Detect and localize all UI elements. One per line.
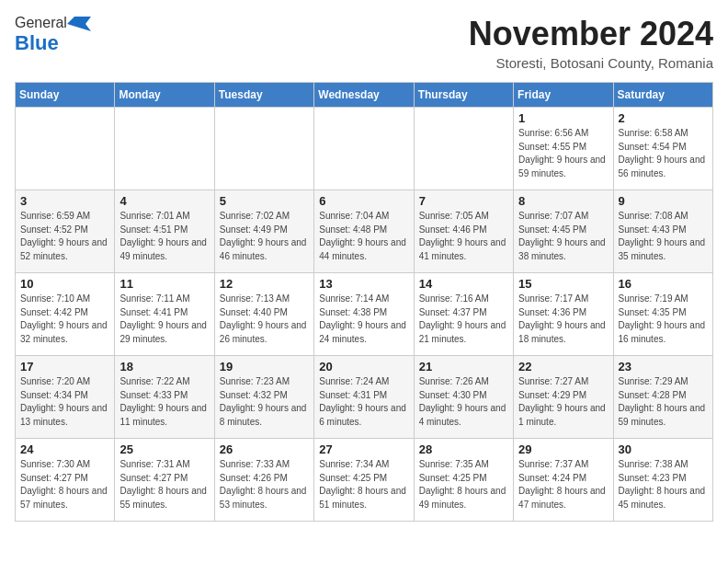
logo-bird-icon	[67, 15, 91, 31]
calendar-cell: 6Sunrise: 7:04 AM Sunset: 4:48 PM Daylig…	[314, 190, 414, 273]
day-info: Sunrise: 6:56 AM Sunset: 4:55 PM Dayligh…	[518, 127, 608, 180]
day-number: 19	[220, 360, 309, 373]
day-info: Sunrise: 7:33 AM Sunset: 4:26 PM Dayligh…	[220, 458, 309, 511]
day-info: Sunrise: 6:59 AM Sunset: 4:52 PM Dayligh…	[20, 210, 109, 263]
day-info: Sunrise: 7:24 AM Sunset: 4:31 PM Dayligh…	[319, 375, 408, 429]
logo: General Blue	[15, 15, 91, 55]
calendar-cell: 16Sunrise: 7:19 AM Sunset: 4:35 PM Dayli…	[613, 273, 712, 356]
day-info: Sunrise: 7:01 AM Sunset: 4:51 PM Dayligh…	[119, 210, 209, 263]
calendar-cell	[16, 108, 115, 190]
day-number: 9	[619, 194, 708, 208]
svg-marker-0	[67, 17, 91, 31]
day-number: 17	[20, 360, 109, 373]
calendar-cell: 3Sunrise: 6:59 AM Sunset: 4:52 PM Daylig…	[16, 190, 115, 273]
day-info: Sunrise: 7:26 AM Sunset: 4:30 PM Dayligh…	[419, 375, 508, 429]
day-number: 18	[119, 360, 209, 373]
calendar-cell: 1Sunrise: 6:56 AM Sunset: 4:55 PM Daylig…	[514, 108, 613, 190]
calendar-cell	[115, 108, 214, 190]
day-number: 21	[419, 360, 508, 373]
day-info: Sunrise: 7:08 AM Sunset: 4:43 PM Dayligh…	[619, 210, 708, 263]
day-info: Sunrise: 7:30 AM Sunset: 4:27 PM Dayligh…	[20, 458, 109, 511]
weekday-header-tuesday: Tuesday	[214, 83, 313, 108]
day-info: Sunrise: 7:04 AM Sunset: 4:48 PM Dayligh…	[319, 210, 408, 263]
calendar-cell: 8Sunrise: 7:07 AM Sunset: 4:45 PM Daylig…	[514, 190, 613, 273]
calendar-cell: 17Sunrise: 7:20 AM Sunset: 4:34 PM Dayli…	[16, 356, 115, 439]
logo-general-text: General	[15, 15, 67, 31]
day-number: 29	[518, 442, 608, 456]
day-number: 1	[518, 111, 608, 125]
day-info: Sunrise: 7:35 AM Sunset: 4:25 PM Dayligh…	[419, 458, 508, 511]
calendar-cell: 24Sunrise: 7:30 AM Sunset: 4:27 PM Dayli…	[16, 439, 115, 522]
day-number: 27	[319, 442, 408, 456]
calendar-cell: 22Sunrise: 7:27 AM Sunset: 4:29 PM Dayli…	[514, 356, 613, 439]
weekday-header-wednesday: Wednesday	[314, 83, 414, 108]
day-number: 3	[20, 194, 109, 208]
day-info: Sunrise: 7:19 AM Sunset: 4:35 PM Dayligh…	[619, 293, 708, 346]
day-number: 2	[619, 111, 708, 125]
day-number: 23	[619, 360, 708, 373]
calendar-cell: 29Sunrise: 7:37 AM Sunset: 4:24 PM Dayli…	[514, 439, 613, 522]
day-info: Sunrise: 7:11 AM Sunset: 4:41 PM Dayligh…	[119, 293, 209, 346]
day-info: Sunrise: 7:38 AM Sunset: 4:23 PM Dayligh…	[619, 458, 708, 511]
calendar-cell: 12Sunrise: 7:13 AM Sunset: 4:40 PM Dayli…	[214, 273, 313, 356]
weekday-header-monday: Monday	[115, 83, 214, 108]
calendar-cell: 14Sunrise: 7:16 AM Sunset: 4:37 PM Dayli…	[414, 273, 513, 356]
calendar-cell: 27Sunrise: 7:34 AM Sunset: 4:25 PM Dayli…	[314, 439, 414, 522]
day-info: Sunrise: 7:07 AM Sunset: 4:45 PM Dayligh…	[518, 210, 608, 263]
day-info: Sunrise: 7:17 AM Sunset: 4:36 PM Dayligh…	[518, 293, 608, 346]
day-info: Sunrise: 7:29 AM Sunset: 4:28 PM Dayligh…	[619, 375, 708, 429]
location-title: Storesti, Botosani County, Romania	[469, 55, 713, 71]
day-number: 28	[419, 442, 508, 456]
calendar-cell: 2Sunrise: 6:58 AM Sunset: 4:54 PM Daylig…	[613, 108, 712, 190]
calendar-cell: 13Sunrise: 7:14 AM Sunset: 4:38 PM Dayli…	[314, 273, 414, 356]
calendar-table: SundayMondayTuesdayWednesdayThursdayFrid…	[15, 82, 713, 522]
month-title: November 2024	[469, 15, 713, 53]
day-number: 13	[319, 277, 408, 291]
weekday-header-saturday: Saturday	[613, 83, 712, 108]
day-number: 10	[20, 277, 109, 291]
calendar-cell	[314, 108, 414, 190]
day-number: 26	[220, 442, 309, 456]
day-info: Sunrise: 7:20 AM Sunset: 4:34 PM Dayligh…	[20, 375, 109, 429]
day-number: 25	[119, 442, 209, 456]
day-info: Sunrise: 7:22 AM Sunset: 4:33 PM Dayligh…	[119, 375, 209, 429]
day-number: 6	[319, 194, 408, 208]
calendar-cell: 20Sunrise: 7:24 AM Sunset: 4:31 PM Dayli…	[314, 356, 414, 439]
day-number: 5	[220, 194, 309, 208]
day-number: 8	[518, 194, 608, 208]
day-info: Sunrise: 7:16 AM Sunset: 4:37 PM Dayligh…	[419, 293, 508, 346]
calendar-cell: 15Sunrise: 7:17 AM Sunset: 4:36 PM Dayli…	[514, 273, 613, 356]
day-info: Sunrise: 7:27 AM Sunset: 4:29 PM Dayligh…	[518, 375, 608, 429]
day-number: 16	[619, 277, 708, 291]
day-number: 14	[419, 277, 508, 291]
day-number: 22	[518, 360, 608, 373]
calendar-cell: 23Sunrise: 7:29 AM Sunset: 4:28 PM Dayli…	[613, 356, 712, 439]
day-info: Sunrise: 7:02 AM Sunset: 4:49 PM Dayligh…	[220, 210, 309, 263]
calendar-cell: 21Sunrise: 7:26 AM Sunset: 4:30 PM Dayli…	[414, 356, 513, 439]
day-info: Sunrise: 7:05 AM Sunset: 4:46 PM Dayligh…	[419, 210, 508, 263]
calendar-cell: 4Sunrise: 7:01 AM Sunset: 4:51 PM Daylig…	[115, 190, 214, 273]
calendar-cell: 5Sunrise: 7:02 AM Sunset: 4:49 PM Daylig…	[214, 190, 313, 273]
calendar-cell: 19Sunrise: 7:23 AM Sunset: 4:32 PM Dayli…	[214, 356, 313, 439]
calendar-cell: 9Sunrise: 7:08 AM Sunset: 4:43 PM Daylig…	[613, 190, 712, 273]
day-number: 15	[518, 277, 608, 291]
day-number: 11	[119, 277, 209, 291]
header: General Blue November 2024 Storesti, Bot…	[15, 15, 713, 71]
calendar-cell: 30Sunrise: 7:38 AM Sunset: 4:23 PM Dayli…	[613, 439, 712, 522]
day-info: Sunrise: 7:14 AM Sunset: 4:38 PM Dayligh…	[319, 293, 408, 346]
calendar-cell	[214, 108, 313, 190]
day-number: 7	[419, 194, 508, 208]
weekday-header-sunday: Sunday	[16, 83, 115, 108]
calendar-cell: 26Sunrise: 7:33 AM Sunset: 4:26 PM Dayli…	[214, 439, 313, 522]
day-number: 12	[220, 277, 309, 291]
day-info: Sunrise: 7:34 AM Sunset: 4:25 PM Dayligh…	[319, 458, 408, 511]
day-info: Sunrise: 7:13 AM Sunset: 4:40 PM Dayligh…	[220, 293, 309, 346]
day-number: 24	[20, 442, 109, 456]
calendar-cell: 28Sunrise: 7:35 AM Sunset: 4:25 PM Dayli…	[414, 439, 513, 522]
day-info: Sunrise: 6:58 AM Sunset: 4:54 PM Dayligh…	[619, 127, 708, 180]
day-info: Sunrise: 7:37 AM Sunset: 4:24 PM Dayligh…	[518, 458, 608, 511]
calendar-cell: 18Sunrise: 7:22 AM Sunset: 4:33 PM Dayli…	[115, 356, 214, 439]
weekday-header-friday: Friday	[514, 83, 613, 108]
day-number: 4	[119, 194, 209, 208]
weekday-header-thursday: Thursday	[414, 83, 513, 108]
